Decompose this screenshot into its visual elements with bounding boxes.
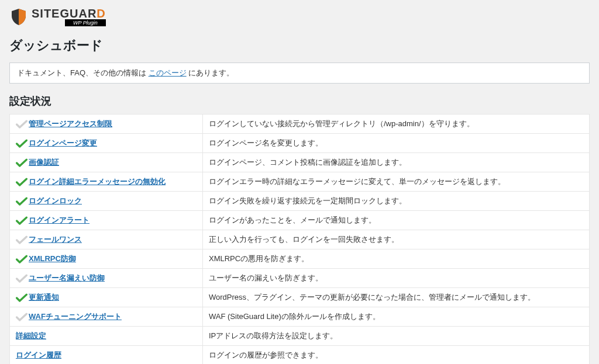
- logo-subtitle: WP Plugin: [65, 19, 106, 26]
- feature-link[interactable]: 詳細設定: [16, 331, 46, 340]
- feature-link[interactable]: フェールワンス: [29, 235, 82, 244]
- feature-link[interactable]: ユーザー名漏えい防御: [29, 273, 105, 282]
- check-off-icon: [16, 120, 29, 129]
- table-row: ログイン履歴ログインの履歴が参照できます。: [10, 346, 590, 365]
- feature-cell: 更新通知: [10, 288, 203, 307]
- feature-description: IPアドレスの取得方法を設定します。: [203, 327, 590, 346]
- table-row: 画像認証ログインページ、コメント投稿に画像認証を追加します。: [10, 153, 590, 172]
- feature-link[interactable]: ログイン詳細エラーメッセージの無効化: [29, 177, 166, 186]
- feature-link[interactable]: 更新通知: [29, 293, 59, 301]
- plugin-logo: SITEGUARD WP Plugin: [9, 7, 590, 26]
- feature-description: WAF (SiteGuard Lite)の除外ルールを作成します。: [203, 307, 590, 327]
- feature-link[interactable]: ログインアラート: [29, 216, 89, 224]
- shield-icon: [9, 8, 28, 26]
- feature-description: ログインしていない接続元から管理ディレクトリ（/wp-admin/）を守ります。: [203, 115, 590, 134]
- table-row: ログインロックログイン失敗を繰り返す接続元を一定期間ロックします。: [10, 192, 590, 211]
- feature-cell: WAFチューニングサポート: [10, 307, 203, 327]
- feature-link[interactable]: ログインページ変更: [29, 138, 97, 147]
- section-title: 設定状況: [9, 94, 590, 108]
- table-row: WAFチューニングサポートWAF (SiteGuard Lite)の除外ルールを…: [10, 307, 590, 327]
- table-row: ログインページ変更ログインページ名を変更します。: [10, 134, 590, 153]
- check-off-icon: [16, 235, 29, 245]
- check-on-icon: [16, 293, 29, 303]
- table-row: ログインアラートログインがあったことを、メールで通知します。: [10, 211, 590, 230]
- table-row: ログイン詳細エラーメッセージの無効化ログインエラー時の詳細なエラーメッセージに変…: [10, 172, 590, 192]
- feature-link[interactable]: ログインロック: [29, 196, 82, 205]
- help-box: ドキュメント、FAQ、その他の情報は このページ にあります。: [9, 63, 590, 84]
- status-table: 管理ページアクセス制限ログインしていない接続元から管理ディレクトリ（/wp-ad…: [9, 114, 590, 364]
- check-on-icon: [16, 255, 29, 264]
- feature-link[interactable]: ログイン履歴: [16, 351, 61, 359]
- table-row: 詳細設定IPアドレスの取得方法を設定します。: [10, 327, 590, 346]
- feature-cell: 詳細設定: [10, 327, 203, 346]
- check-on-icon: [16, 139, 29, 148]
- feature-cell: 画像認証: [10, 153, 203, 172]
- help-suffix: にあります。: [187, 68, 235, 77]
- check-on-icon: [16, 197, 29, 206]
- feature-description: ログインページ名を変更します。: [203, 134, 590, 153]
- feature-link[interactable]: XMLRPC防御: [29, 254, 76, 263]
- feature-link[interactable]: 管理ページアクセス制限: [29, 119, 112, 128]
- feature-cell: XMLRPC防御: [10, 249, 203, 269]
- feature-description: WordPress、プラグイン、テーマの更新が必要になった場合に、管理者にメール…: [203, 288, 590, 307]
- feature-cell: 管理ページアクセス制限: [10, 115, 203, 134]
- logo-brand: SITEGUARD: [32, 7, 106, 20]
- check-off-icon: [16, 313, 29, 322]
- feature-link[interactable]: WAFチューニングサポート: [29, 312, 122, 321]
- help-prefix: ドキュメント、FAQ、その他の情報は: [17, 68, 149, 77]
- feature-description: ログインページ、コメント投稿に画像認証を追加します。: [203, 153, 590, 172]
- table-row: フェールワンス正しい入力を行っても、ログインを一回失敗させます。: [10, 230, 590, 249]
- check-on-icon: [16, 216, 29, 226]
- table-row: 管理ページアクセス制限ログインしていない接続元から管理ディレクトリ（/wp-ad…: [10, 115, 590, 134]
- feature-cell: ログイン履歴: [10, 346, 203, 365]
- feature-description: ログイン失敗を繰り返す接続元を一定期間ロックします。: [203, 192, 590, 211]
- feature-description: 正しい入力を行っても、ログインを一回失敗させます。: [203, 230, 590, 249]
- feature-description: ログインエラー時の詳細なエラーメッセージに変えて、単一のメッセージを返します。: [203, 172, 590, 192]
- feature-cell: ログイン詳細エラーメッセージの無効化: [10, 172, 203, 192]
- table-row: 更新通知WordPress、プラグイン、テーマの更新が必要になった場合に、管理者…: [10, 288, 590, 307]
- feature-description: ユーザー名の漏えいを防ぎます。: [203, 269, 590, 288]
- feature-description: ログインの履歴が参照できます。: [203, 346, 590, 365]
- check-off-icon: [16, 274, 29, 283]
- feature-cell: フェールワンス: [10, 230, 203, 249]
- help-link[interactable]: このページ: [149, 68, 187, 77]
- feature-cell: ログインアラート: [10, 211, 203, 230]
- feature-description: XMLRPCの悪用を防ぎます。: [203, 249, 590, 269]
- feature-description: ログインがあったことを、メールで通知します。: [203, 211, 590, 230]
- feature-cell: ログインロック: [10, 192, 203, 211]
- table-row: ユーザー名漏えい防御ユーザー名の漏えいを防ぎます。: [10, 269, 590, 288]
- table-row: XMLRPC防御XMLRPCの悪用を防ぎます。: [10, 249, 590, 269]
- check-on-icon: [16, 158, 29, 168]
- feature-cell: ユーザー名漏えい防御: [10, 269, 203, 288]
- check-on-icon: [16, 178, 29, 187]
- feature-cell: ログインページ変更: [10, 134, 203, 153]
- feature-link[interactable]: 画像認証: [29, 158, 59, 167]
- page-title: ダッシュボード: [9, 37, 590, 54]
